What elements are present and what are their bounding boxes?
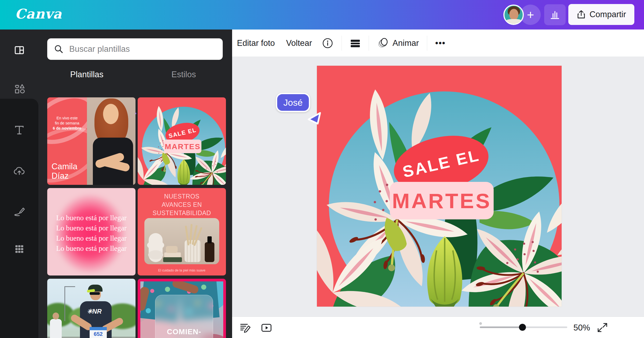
edit-photo-button[interactable]: Editar foto: [237, 38, 275, 48]
collaborator-cursor-icon: [307, 109, 322, 125]
fullscreen-icon[interactable]: [597, 322, 608, 333]
draw-pen-icon: [13, 205, 26, 218]
insights-button[interactable]: [544, 4, 566, 25]
design-icon: [13, 44, 26, 57]
collaborator-cursor-label: José: [276, 93, 310, 112]
svg-text:MARTES: MARTES: [165, 142, 201, 151]
bar-chart-icon: [549, 9, 561, 21]
sidebar-item-draw[interactable]: [0, 202, 38, 221]
lily-artwork: SALE EL MARTES: [138, 97, 226, 185]
template-thumbnail-sale-martes[interactable]: SALE EL MARTES: [138, 97, 226, 185]
plus-icon: +: [527, 8, 534, 22]
text-icon: [13, 124, 26, 137]
context-toolbar: Editar foto Voltear Animar •••: [232, 30, 644, 57]
animate-button[interactable]: Animar: [377, 37, 419, 49]
search-bar[interactable]: [47, 38, 223, 60]
transparency-icon[interactable]: [350, 38, 361, 49]
template-thumbnail-lo-bueno[interactable]: Lo bueno está por llegar Lo bueno está p…: [47, 188, 136, 275]
design-page[interactable]: SALE EL MARTES: [317, 66, 562, 307]
zoom-slider[interactable]: [480, 326, 567, 328]
present-icon[interactable]: [261, 322, 272, 333]
canva-logo[interactable]: Canva: [15, 6, 62, 22]
background-runner: [50, 319, 62, 338]
speaker-photo: [87, 97, 136, 185]
elements-icon: [13, 82, 26, 96]
frosted-panel: COMIEN- ZAN LAS OFERTAS: [155, 295, 213, 338]
tab-plantillas[interactable]: Plantillas: [38, 70, 135, 79]
animate-label: Animar: [393, 38, 419, 48]
sidebar-item-apps[interactable]: [0, 240, 38, 259]
template-thumbnail-camila[interactable]: En vivo este fin de semana 6 de noviembr…: [47, 97, 136, 185]
template-grid: En vivo este fin de semana 6 de noviembr…: [47, 97, 226, 338]
zoom-level-value: 50%: [573, 323, 590, 333]
sidebar-item-elements[interactable]: [0, 80, 38, 98]
share-upload-icon: [577, 10, 586, 19]
share-button-label: Compartir: [590, 10, 626, 19]
sidebar-item-text[interactable]: [0, 121, 38, 139]
apps-grid-icon: [13, 243, 25, 255]
cloud-upload-icon: [13, 164, 26, 178]
search-input[interactable]: [69, 44, 216, 54]
template-thumbnail-runner[interactable]: ✳NR 652: [47, 279, 136, 338]
sunglasses: [90, 292, 100, 295]
slider-marker: [479, 322, 482, 325]
templates-panel: Plantillas Estilos En vivo este fin de s…: [38, 30, 232, 338]
zoom-slider-handle[interactable]: [519, 324, 526, 331]
svg-text:MARTES: MARTES: [392, 189, 491, 212]
sidebar-item-uploads[interactable]: [0, 162, 38, 181]
martes-title[interactable]: MARTES: [390, 182, 494, 219]
race-bib: 652: [90, 327, 107, 338]
sidebar-item-design[interactable]: [0, 41, 38, 60]
share-button[interactable]: Compartir: [568, 4, 634, 25]
sidebar-rail: [0, 30, 38, 338]
canvas-area[interactable]: SALE EL MARTES José: [232, 57, 644, 317]
template-thumbnail-ofertas[interactable]: COMIEN- ZAN LAS OFERTAS: [138, 279, 226, 338]
more-options-button[interactable]: •••: [435, 38, 446, 48]
flip-button[interactable]: Voltear: [286, 38, 312, 48]
top-bar: Canva + Compartir: [0, 0, 644, 30]
avatar[interactable]: [503, 5, 524, 25]
search-icon: [54, 44, 64, 54]
animate-icon: [377, 37, 389, 49]
tab-estilos[interactable]: Estilos: [135, 70, 232, 79]
bottom-bar: 50%: [232, 317, 644, 338]
skincare-photo: [144, 218, 219, 264]
template-thumbnail-sustentabilidad[interactable]: NUESTROS AVANCES EN SUSTENTABILIDAD El c…: [138, 188, 226, 275]
notes-icon[interactable]: [239, 322, 251, 333]
info-icon[interactable]: [322, 37, 334, 49]
